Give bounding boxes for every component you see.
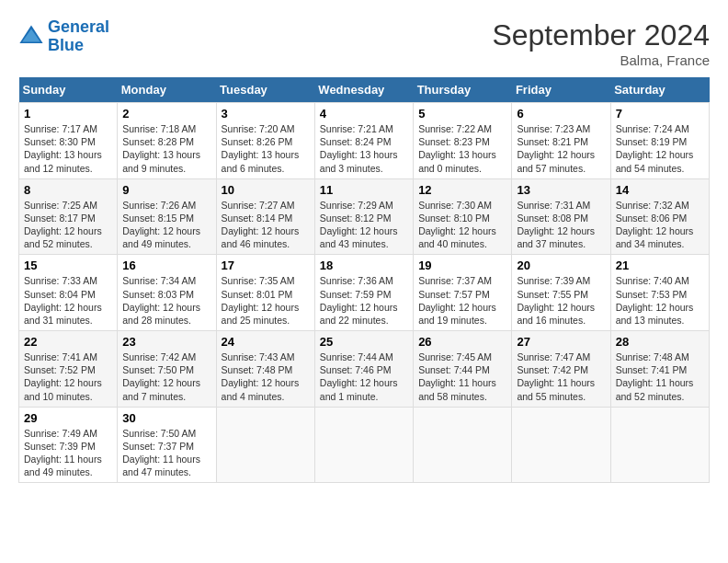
day-info: Sunrise: 7:17 AMSunset: 8:30 PMDaylight:… <box>24 123 102 174</box>
day-info: Sunrise: 7:40 AMSunset: 7:53 PMDaylight:… <box>616 275 694 326</box>
col-saturday: Saturday <box>610 77 709 103</box>
day-number: 26 <box>418 335 506 349</box>
table-row: 29 Sunrise: 7:49 AMSunset: 7:39 PMDaylig… <box>19 407 118 483</box>
table-row: 1 Sunrise: 7:17 AMSunset: 8:30 PMDayligh… <box>19 103 118 179</box>
location: Balma, France <box>492 52 710 68</box>
day-number: 8 <box>24 183 112 197</box>
day-info: Sunrise: 7:41 AMSunset: 7:52 PMDaylight:… <box>24 351 102 402</box>
day-info: Sunrise: 7:47 AMSunset: 7:42 PMDaylight:… <box>517 351 595 402</box>
table-row: 14 Sunrise: 7:32 AMSunset: 8:06 PMDaylig… <box>610 178 709 255</box>
table-row <box>314 407 413 483</box>
day-number: 13 <box>517 183 605 197</box>
calendar-header-row: Sunday Monday Tuesday Wednesday Thursday… <box>19 77 710 103</box>
day-number: 7 <box>616 107 704 121</box>
day-info: Sunrise: 7:43 AMSunset: 7:48 PMDaylight:… <box>222 351 300 402</box>
calendar-week-row: 15 Sunrise: 7:33 AMSunset: 8:04 PMDaylig… <box>19 255 710 331</box>
day-info: Sunrise: 7:44 AMSunset: 7:46 PMDaylight:… <box>320 351 398 402</box>
table-row: 25 Sunrise: 7:44 AMSunset: 7:46 PMDaylig… <box>314 331 413 408</box>
day-info: Sunrise: 7:37 AMSunset: 7:57 PMDaylight:… <box>418 275 496 326</box>
day-number: 15 <box>24 259 112 272</box>
logo-general: General <box>48 17 109 36</box>
day-number: 6 <box>517 107 605 121</box>
table-row: 30 Sunrise: 7:50 AMSunset: 7:37 PMDaylig… <box>118 407 216 483</box>
table-row: 9 Sunrise: 7:26 AMSunset: 8:15 PMDayligh… <box>118 178 216 255</box>
day-info: Sunrise: 7:33 AMSunset: 8:04 PMDaylight:… <box>24 275 102 326</box>
col-friday: Friday <box>512 77 610 103</box>
table-row: 12 Sunrise: 7:30 AMSunset: 8:10 PMDaylig… <box>414 178 512 255</box>
month-title: September 2024 <box>492 18 710 52</box>
table-row: 20 Sunrise: 7:39 AMSunset: 7:55 PMDaylig… <box>512 255 610 331</box>
table-row: 24 Sunrise: 7:43 AMSunset: 7:48 PMDaylig… <box>216 331 314 408</box>
day-number: 16 <box>122 259 210 272</box>
day-number: 29 <box>24 411 112 425</box>
day-number: 12 <box>418 183 506 197</box>
table-row: 23 Sunrise: 7:42 AMSunset: 7:50 PMDaylig… <box>118 331 216 408</box>
title-block: September 2024 Balma, France <box>492 18 710 68</box>
col-monday: Monday <box>118 77 216 103</box>
day-number: 21 <box>616 259 704 272</box>
calendar-week-row: 29 Sunrise: 7:49 AMSunset: 7:39 PMDaylig… <box>19 407 710 483</box>
day-number: 27 <box>517 335 605 349</box>
day-info: Sunrise: 7:20 AMSunset: 8:26 PMDaylight:… <box>222 123 300 174</box>
logo-blue: Blue <box>48 36 84 54</box>
day-info: Sunrise: 7:22 AMSunset: 8:23 PMDaylight:… <box>418 123 496 174</box>
table-row: 5 Sunrise: 7:22 AMSunset: 8:23 PMDayligh… <box>414 103 512 179</box>
day-info: Sunrise: 7:35 AMSunset: 8:01 PMDaylight:… <box>222 275 300 326</box>
day-info: Sunrise: 7:49 AMSunset: 7:39 PMDaylight:… <box>24 428 102 478</box>
col-tuesday: Tuesday <box>216 77 314 103</box>
day-info: Sunrise: 7:29 AMSunset: 8:12 PMDaylight:… <box>320 200 398 250</box>
table-row: 26 Sunrise: 7:45 AMSunset: 7:44 PMDaylig… <box>414 331 512 408</box>
day-number: 11 <box>320 183 408 197</box>
day-info: Sunrise: 7:45 AMSunset: 7:44 PMDaylight:… <box>418 351 496 402</box>
table-row: 22 Sunrise: 7:41 AMSunset: 7:52 PMDaylig… <box>19 331 118 408</box>
day-number: 20 <box>517 259 605 272</box>
day-number: 14 <box>616 183 704 197</box>
day-number: 3 <box>222 107 310 121</box>
logo-icon <box>18 24 44 50</box>
day-info: Sunrise: 7:23 AMSunset: 8:21 PMDaylight:… <box>517 123 595 174</box>
day-number: 24 <box>222 335 310 349</box>
table-row: 18 Sunrise: 7:36 AMSunset: 7:59 PMDaylig… <box>314 255 413 331</box>
table-row: 19 Sunrise: 7:37 AMSunset: 7:57 PMDaylig… <box>414 255 512 331</box>
table-row: 17 Sunrise: 7:35 AMSunset: 8:01 PMDaylig… <box>216 255 314 331</box>
table-row: 8 Sunrise: 7:25 AMSunset: 8:17 PMDayligh… <box>19 178 118 255</box>
day-number: 4 <box>320 107 408 121</box>
page-header: General Blue September 2024 Balma, Franc… <box>18 18 710 68</box>
day-info: Sunrise: 7:25 AMSunset: 8:17 PMDaylight:… <box>24 200 102 250</box>
table-row: 16 Sunrise: 7:34 AMSunset: 8:03 PMDaylig… <box>118 255 216 331</box>
col-thursday: Thursday <box>414 77 512 103</box>
table-row: 4 Sunrise: 7:21 AMSunset: 8:24 PMDayligh… <box>314 103 413 179</box>
day-number: 23 <box>122 335 210 349</box>
col-wednesday: Wednesday <box>314 77 413 103</box>
day-number: 18 <box>320 259 408 272</box>
table-row <box>610 407 709 483</box>
table-row: 6 Sunrise: 7:23 AMSunset: 8:21 PMDayligh… <box>512 103 610 179</box>
table-row: 2 Sunrise: 7:18 AMSunset: 8:28 PMDayligh… <box>118 103 216 179</box>
day-info: Sunrise: 7:21 AMSunset: 8:24 PMDaylight:… <box>320 123 398 174</box>
day-info: Sunrise: 7:26 AMSunset: 8:15 PMDaylight:… <box>122 200 200 250</box>
day-number: 22 <box>24 335 112 349</box>
day-number: 28 <box>616 335 704 349</box>
day-number: 30 <box>122 411 210 425</box>
table-row: 21 Sunrise: 7:40 AMSunset: 7:53 PMDaylig… <box>610 255 709 331</box>
table-row: 3 Sunrise: 7:20 AMSunset: 8:26 PMDayligh… <box>216 103 314 179</box>
day-number: 19 <box>418 259 506 272</box>
day-info: Sunrise: 7:18 AMSunset: 8:28 PMDaylight:… <box>122 123 200 174</box>
day-info: Sunrise: 7:31 AMSunset: 8:08 PMDaylight:… <box>517 200 595 250</box>
day-info: Sunrise: 7:39 AMSunset: 7:55 PMDaylight:… <box>517 275 595 326</box>
day-number: 9 <box>122 183 210 197</box>
day-number: 1 <box>24 107 112 121</box>
calendar-table: Sunday Monday Tuesday Wednesday Thursday… <box>18 77 710 483</box>
col-sunday: Sunday <box>19 77 118 103</box>
day-info: Sunrise: 7:42 AMSunset: 7:50 PMDaylight:… <box>122 351 200 402</box>
calendar-week-row: 1 Sunrise: 7:17 AMSunset: 8:30 PMDayligh… <box>19 103 710 179</box>
table-row: 27 Sunrise: 7:47 AMSunset: 7:42 PMDaylig… <box>512 331 610 408</box>
table-row: 28 Sunrise: 7:48 AMSunset: 7:41 PMDaylig… <box>610 331 709 408</box>
table-row: 15 Sunrise: 7:33 AMSunset: 8:04 PMDaylig… <box>19 255 118 331</box>
day-info: Sunrise: 7:34 AMSunset: 8:03 PMDaylight:… <box>122 275 200 326</box>
day-number: 5 <box>418 107 506 121</box>
table-row: 13 Sunrise: 7:31 AMSunset: 8:08 PMDaylig… <box>512 178 610 255</box>
day-number: 2 <box>122 107 210 121</box>
table-row: 10 Sunrise: 7:27 AMSunset: 8:14 PMDaylig… <box>216 178 314 255</box>
day-info: Sunrise: 7:36 AMSunset: 7:59 PMDaylight:… <box>320 275 398 326</box>
